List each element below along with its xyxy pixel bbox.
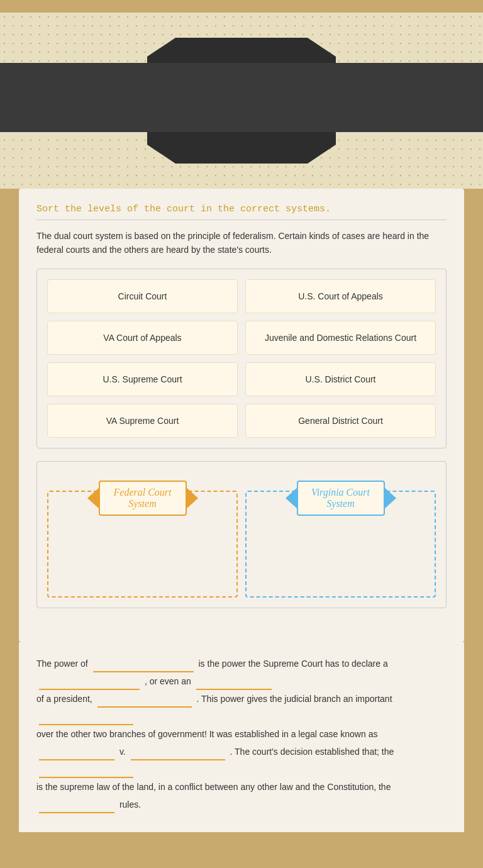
card-us-district-court[interactable]: U.S. District Court — [245, 362, 436, 396]
card-us-supreme-court[interactable]: U.S. Supreme Court — [47, 362, 238, 396]
header-section: The Judicial Branch — [0, 0, 483, 189]
fillblank-text3: , or even an — [145, 676, 191, 686]
blank-input-2[interactable] — [39, 679, 140, 690]
federal-banner-left-arrow — [87, 487, 100, 509]
virginia-banner-left-arrow — [286, 487, 298, 509]
fillblank-text5: . This power gives the judicial branch a… — [197, 694, 392, 704]
federal-banner: Federal Court System — [87, 481, 198, 516]
fillblank-text2: is the power the Supreme Court has to de… — [199, 659, 388, 669]
blank-input-5[interactable] — [39, 714, 133, 725]
federal-banner-right-arrow — [186, 487, 198, 509]
federal-banner-box: Federal Court System — [99, 481, 187, 516]
card-circuit-court[interactable]: Circuit Court — [47, 279, 238, 313]
divider — [36, 220, 447, 220]
fillblank-intro: The power of — [36, 659, 88, 669]
blank-input-4[interactable] — [97, 696, 192, 708]
fillblank-text8: . The court's decision established that;… — [230, 747, 394, 757]
instruction-text: Sort the levels of the court in the corr… — [36, 204, 447, 214]
fillblank-text10: rules. — [119, 799, 141, 810]
main-content: Sort the levels of the court in the corr… — [19, 189, 464, 642]
card-general-district[interactable]: General District Court — [245, 404, 436, 438]
drop-zones-container: Federal Court System Virginia Court Syst… — [36, 461, 447, 608]
fillblank-text6: over the other two branches of governmen… — [36, 729, 377, 739]
fillblank-text9: is the supreme law of the land, in a con… — [36, 782, 391, 792]
virginia-drop-zone[interactable]: Virginia Court System — [245, 491, 436, 598]
blank-input-9[interactable] — [39, 802, 114, 813]
blank-input-1[interactable] — [93, 661, 194, 672]
card-va-court-of-appeals[interactable]: VA Court of Appeals — [47, 321, 238, 355]
virginia-banner: Virginia Court System — [286, 481, 396, 516]
card-juvenile-domestic[interactable]: Juvenile and Domestic Relations Court — [245, 321, 436, 355]
description-text: The dual court system is based on the pr… — [36, 229, 447, 257]
federal-drop-zone[interactable]: Federal Court System — [47, 491, 238, 598]
blank-input-6[interactable] — [39, 749, 114, 760]
blank-input-3[interactable] — [196, 679, 272, 690]
fillblank-text4: of a president, — [36, 694, 92, 704]
cards-grid: Circuit Court U.S. Court of Appeals VA C… — [47, 279, 436, 438]
fillblank-text7: v. — [119, 747, 126, 757]
card-us-court-of-appeals[interactable]: U.S. Court of Appeals — [245, 279, 436, 313]
virginia-banner-right-arrow — [384, 487, 396, 509]
blank-input-7[interactable] — [131, 749, 225, 760]
card-va-supreme-court[interactable]: VA Supreme Court — [47, 404, 238, 438]
header-pattern: The Judicial Branch — [0, 13, 483, 189]
dark-banner — [0, 63, 483, 132]
cards-container: Circuit Court U.S. Court of Appeals VA C… — [36, 269, 447, 448]
fillblank-section: The power of is the power the Supreme Co… — [19, 642, 464, 832]
virginia-banner-box: Virginia Court System — [297, 481, 385, 516]
blank-input-8[interactable] — [39, 767, 133, 778]
